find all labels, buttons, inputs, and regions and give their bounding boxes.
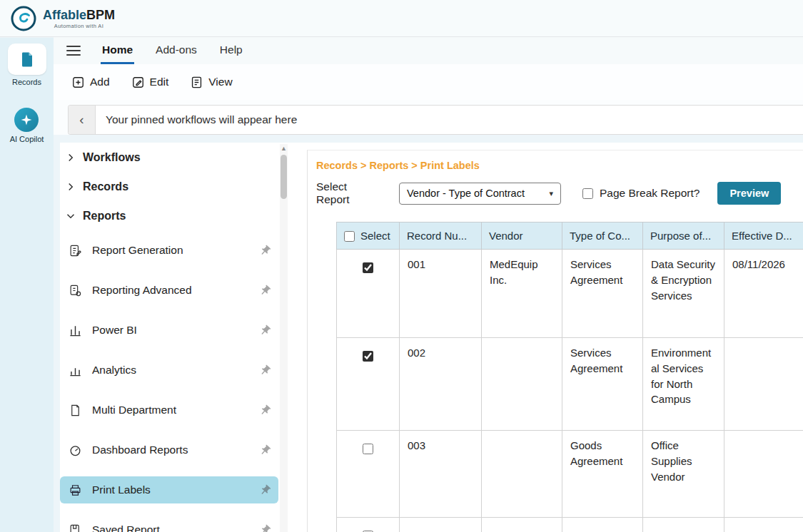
col-header-effective-date: Effective D... bbox=[724, 222, 803, 250]
rail-item-ai-copilot[interactable]: AI Copilot bbox=[10, 108, 44, 143]
pin-icon[interactable] bbox=[256, 282, 273, 299]
pin-icon[interactable] bbox=[256, 322, 273, 339]
add-button-label: Add bbox=[90, 76, 110, 88]
pin-icon[interactable] bbox=[256, 362, 273, 379]
col-header-type-of-contract: Type of Co... bbox=[562, 222, 643, 250]
pin-icon[interactable] bbox=[256, 401, 273, 419]
cell-record-number: 003 bbox=[400, 431, 482, 518]
pin-icon[interactable] bbox=[256, 481, 273, 498]
tab-home[interactable]: Home bbox=[101, 37, 134, 64]
col-header-select-label: Select bbox=[360, 230, 390, 242]
nav-item-multi-department[interactable]: Multi Department bbox=[60, 390, 293, 430]
nav-section-label: Workflows bbox=[83, 151, 141, 164]
menu-bar: Home Add-ons Help bbox=[54, 37, 803, 64]
row-checkbox[interactable] bbox=[363, 351, 373, 362]
tab-help[interactable]: Help bbox=[218, 37, 244, 64]
nav-item-reporting-advanced[interactable]: Reporting Advanced bbox=[60, 270, 293, 310]
cell-effective-date: 08/11/2026 bbox=[724, 250, 803, 338]
pinned-workflows-bar: ‹ Your pinned workflows will appear here bbox=[68, 105, 803, 135]
cell-type-of-contract: Goods Agreement bbox=[562, 431, 643, 518]
table-row bbox=[337, 518, 803, 532]
nav-item-report-generation[interactable]: Report Generation bbox=[60, 230, 293, 270]
cell-purpose: Data Security & Encryption Services bbox=[643, 250, 724, 338]
nav-item-saved-report[interactable]: Saved Report bbox=[60, 510, 293, 532]
menu-icon[interactable] bbox=[66, 46, 81, 56]
cell-select bbox=[337, 250, 400, 338]
nav-item-dashboard-reports[interactable]: Dashboard Reports bbox=[60, 430, 293, 470]
cell-effective-date bbox=[724, 518, 803, 532]
nav-item-label: Dashboard Reports bbox=[92, 444, 188, 456]
pin-icon[interactable] bbox=[256, 441, 273, 459]
nav-section-workflows[interactable]: Workflows bbox=[60, 143, 293, 172]
brand-name-secondary: BPM bbox=[86, 8, 115, 22]
ai-copilot-badge[interactable] bbox=[14, 108, 39, 132]
pinned-collapse-button[interactable]: ‹ bbox=[69, 106, 96, 134]
cell-select bbox=[337, 518, 400, 532]
brand: AffableBPM Automation with AI bbox=[43, 8, 115, 29]
preview-button[interactable]: Preview bbox=[717, 182, 781, 205]
left-rail: Records AI Copilot bbox=[0, 38, 54, 532]
chevron-down-icon: ▾ bbox=[549, 189, 553, 198]
nav-item-label: Saved Report bbox=[92, 523, 160, 532]
chevron-left-icon: ‹ bbox=[79, 112, 84, 128]
records-card[interactable] bbox=[8, 44, 46, 75]
scroll-up-icon[interactable]: ▲ bbox=[281, 144, 287, 153]
cell-type-of-contract: Services Agreement bbox=[562, 250, 643, 338]
nav-scrollbar-thumb[interactable] bbox=[281, 155, 287, 199]
edit-button[interactable]: Edit bbox=[131, 76, 169, 89]
nav-section-records[interactable]: Records bbox=[60, 172, 293, 201]
cell-record-number: 002 bbox=[400, 338, 482, 431]
pin-icon[interactable] bbox=[256, 521, 273, 532]
add-button[interactable]: Add bbox=[71, 76, 110, 89]
brand-tagline: Automation with AI bbox=[54, 23, 103, 29]
cell-vendor bbox=[482, 431, 562, 518]
nav-item-label: Power BI bbox=[92, 324, 137, 337]
cell-vendor bbox=[482, 518, 562, 532]
pin-icon[interactable] bbox=[256, 242, 273, 259]
row-checkbox[interactable] bbox=[363, 262, 373, 273]
nav-item-print-labels[interactable]: Print Labels bbox=[60, 470, 293, 510]
nav-scrollbar-track[interactable]: ▲ bbox=[280, 144, 288, 532]
ai-copilot-icon bbox=[19, 113, 34, 127]
row-checkbox[interactable] bbox=[363, 444, 373, 454]
records-icon bbox=[19, 51, 36, 68]
table-row: 001 MedEquip Inc. Services Agreement Dat… bbox=[337, 250, 803, 338]
rail-item-records[interactable]: Records bbox=[8, 44, 46, 86]
navigation-tree: Workflows Records Reports Report Generat… bbox=[60, 143, 293, 532]
multi-department-icon bbox=[69, 404, 82, 417]
records-table-container: Select Record Nu... Vendor Type of Co...… bbox=[336, 222, 803, 532]
edit-icon bbox=[131, 76, 145, 89]
tab-add-ons[interactable]: Add-ons bbox=[154, 37, 198, 64]
report-generation-icon bbox=[69, 244, 82, 257]
col-header-select: Select bbox=[337, 222, 400, 250]
col-header-record-number: Record Nu... bbox=[400, 222, 482, 250]
breadcrumb[interactable]: Records > Reports > Print Labels bbox=[316, 160, 803, 171]
edit-button-label: Edit bbox=[150, 76, 169, 88]
reporting-advanced-icon bbox=[69, 284, 82, 297]
power-bi-icon bbox=[69, 324, 82, 337]
cell-vendor: MedEquip Inc. bbox=[482, 250, 562, 338]
view-button[interactable]: View bbox=[190, 76, 232, 89]
select-all-checkbox[interactable] bbox=[344, 231, 355, 242]
app-header: AffableBPM Automation with AI bbox=[0, 0, 803, 37]
report-select-value: Vendor - Type of Contract bbox=[407, 188, 525, 199]
nav-item-power-bi[interactable]: Power BI bbox=[60, 310, 293, 350]
content-panel: Records > Reports > Print Labels Select … bbox=[307, 150, 803, 532]
records-table: Select Record Nu... Vendor Type of Co...… bbox=[336, 222, 803, 532]
brand-name-primary: Affable bbox=[43, 8, 86, 22]
pinned-workflows-text: Your pinned workflows will appear here bbox=[96, 106, 297, 134]
nav-item-label: Reporting Advanced bbox=[92, 284, 192, 297]
view-button-label: View bbox=[208, 76, 232, 88]
cell-purpose: Environmental Services for North Campus bbox=[643, 338, 724, 431]
cell-record-number bbox=[400, 518, 482, 532]
page-break-checkbox[interactable] bbox=[582, 188, 593, 199]
select-report-label: Select Report bbox=[316, 180, 382, 206]
chevron-right-icon bbox=[66, 153, 75, 162]
nav-item-label: Multi Department bbox=[92, 404, 176, 416]
nav-section-reports[interactable]: Reports bbox=[60, 201, 293, 230]
cell-purpose: Office Supplies Vendor bbox=[643, 431, 724, 518]
table-row: 002 Services Agreement Environmental Ser… bbox=[337, 338, 803, 431]
nav-item-analytics[interactable]: Analytics bbox=[60, 350, 293, 390]
view-icon bbox=[190, 76, 203, 89]
report-select[interactable]: Vendor - Type of Contract ▾ bbox=[399, 183, 561, 205]
